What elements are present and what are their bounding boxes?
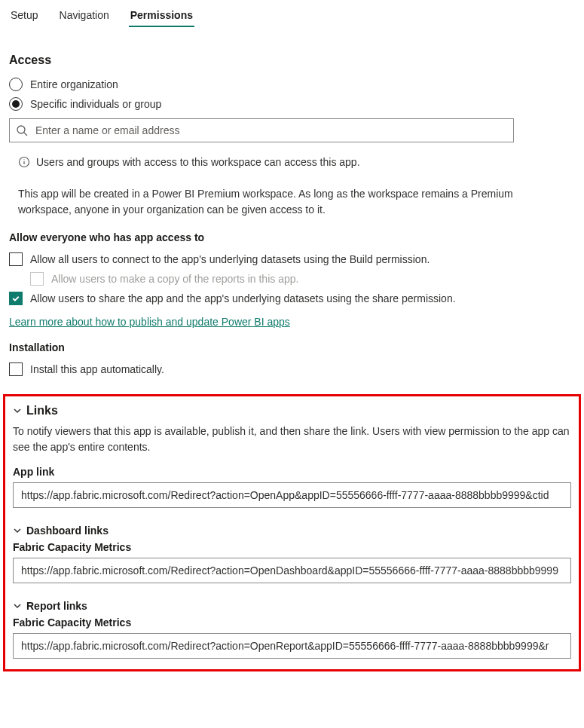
links-collapse-header[interactable]: Links: [13, 404, 571, 418]
svg-point-0: [17, 126, 25, 133]
app-link-label: App link: [13, 466, 571, 478]
checkbox-label: Allow all users to connect to the app's …: [30, 253, 430, 265]
checkbox-label: Allow users to share the app and the app…: [30, 292, 456, 304]
checkbox-label: Allow users to make a copy of the report…: [51, 273, 298, 285]
links-description: To notify viewers that this app is avail…: [13, 424, 571, 455]
chevron-down-icon: [13, 526, 22, 535]
info-icon: [18, 156, 30, 168]
dashboard-links-label: Dashboard links: [26, 525, 109, 537]
report-link-input[interactable]: [13, 633, 571, 659]
learn-more-link[interactable]: Learn more about how to publish and upda…: [9, 316, 290, 328]
checkbox-allow-share[interactable]: Allow users to share the app and the app…: [9, 289, 575, 308]
report-links-header[interactable]: Report links: [13, 600, 571, 612]
report-item-label: Fabric Capacity Metrics: [13, 616, 571, 629]
checkbox-icon-disabled: [30, 272, 44, 286]
dashboard-links-header[interactable]: Dashboard links: [13, 525, 571, 537]
tabs-bar: Setup Navigation Permissions: [0, 0, 584, 28]
radio-entire-organization[interactable]: Entire organization: [9, 75, 575, 94]
links-title: Links: [26, 404, 58, 418]
checkbox-allow-copy: Allow users to make a copy of the report…: [30, 269, 575, 289]
svg-point-4: [23, 159, 24, 160]
radio-icon-selected: [9, 97, 23, 111]
access-heading: Access: [9, 54, 575, 67]
tab-setup[interactable]: Setup: [9, 5, 40, 27]
checkbox-icon-checked: [9, 292, 23, 305]
checkbox-label: Install this app automatically.: [30, 363, 164, 375]
report-links-label: Report links: [26, 600, 87, 612]
access-info-row: Users and groups with access to this wor…: [18, 156, 575, 168]
access-info-text: Users and groups with access to this wor…: [36, 156, 360, 168]
tab-navigation[interactable]: Navigation: [58, 5, 111, 27]
tab-permissions[interactable]: Permissions: [129, 5, 194, 27]
checkbox-icon: [9, 362, 23, 376]
radio-specific-individuals[interactable]: Specific individuals or group: [9, 94, 575, 114]
dashboard-link-input[interactable]: [13, 558, 571, 583]
checkbox-allow-connect[interactable]: Allow all users to connect to the app's …: [9, 249, 575, 269]
checkbox-icon: [9, 252, 23, 266]
links-section: Links To notify viewers that this app is…: [3, 394, 581, 671]
svg-line-1: [24, 133, 27, 136]
checkbox-install-auto[interactable]: Install this app automatically.: [9, 359, 575, 379]
chevron-down-icon: [13, 406, 22, 415]
installation-heading: Installation: [9, 341, 575, 353]
dashboard-item-label: Fabric Capacity Metrics: [13, 541, 571, 553]
search-icon: [16, 124, 28, 136]
chevron-down-icon: [13, 601, 22, 610]
app-link-input[interactable]: [13, 482, 571, 508]
radio-icon-unselected: [9, 78, 23, 91]
people-search-input[interactable]: [34, 124, 507, 137]
people-search-field[interactable]: [9, 118, 514, 142]
allow-heading: Allow everyone who has app access to: [9, 231, 575, 243]
premium-note: This app will be created in a Power BI P…: [18, 186, 575, 218]
radio-label: Specific individuals or group: [30, 98, 161, 110]
radio-label: Entire organization: [30, 78, 118, 90]
